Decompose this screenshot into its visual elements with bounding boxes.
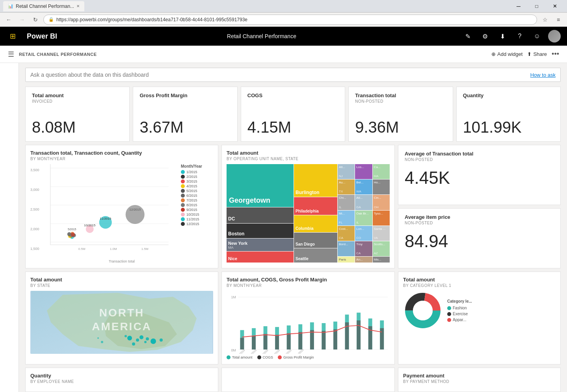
legend-label-5: 5/2015 xyxy=(186,189,197,193)
svg-text:1M: 1M xyxy=(231,295,236,299)
line-legend-label-cogs: COGS xyxy=(263,355,273,359)
y-tick-2000: 2,000 xyxy=(30,227,39,231)
kpi-title-1: Gross Profit Margin xyxy=(139,92,231,98)
map-tile[interactable]: Total amount BY STATE xyxy=(25,272,218,364)
add-widget-button[interactable]: ⊕ Add widget xyxy=(491,51,522,57)
treemap-an[interactable]: An... xyxy=(355,257,372,263)
treemap-scotts-az[interactable]: Scotts...AZ xyxy=(373,241,390,256)
kpi-value-0: 8.08M xyxy=(32,118,123,136)
minimize-button[interactable]: ─ xyxy=(509,0,528,13)
treemap-philadelphia[interactable]: Philadelphia xyxy=(294,197,337,215)
treemap-bel-wa[interactable]: Bel...WA xyxy=(355,179,372,194)
share-button[interactable]: ⬆ Share xyxy=(527,51,547,57)
legend-label-6: 6/2015 xyxy=(186,194,197,198)
treemap-burlington[interactable]: Burlington xyxy=(294,164,337,197)
treemap-atl-nj[interactable]: Atl...NJ xyxy=(338,164,355,179)
treemap-bord[interactable]: Bord... xyxy=(338,241,355,256)
treemap-paris[interactable]: Paris xyxy=(338,257,355,263)
treemap-nice[interactable]: Nice xyxy=(227,251,294,263)
legend-label-12: 12/2015 xyxy=(186,222,199,226)
settings-icon[interactable]: ≡ xyxy=(553,14,564,25)
treemap-lon-co[interactable]: Lon...CO xyxy=(355,226,372,241)
more-options-icon[interactable]: ••• xyxy=(552,50,559,58)
qa-bar[interactable]: How to ask xyxy=(25,68,561,82)
plus-icon: ⊕ xyxy=(491,51,496,57)
treemap-ho[interactable]: Ho... xyxy=(373,179,390,194)
kpi-tile-gross-profit[interactable]: Gross Profit Margin 3.67M xyxy=(133,87,237,142)
kpi-tile-total-amount[interactable]: Total amount INVOICED 8.08M xyxy=(25,87,130,142)
maximize-button[interactable]: □ xyxy=(528,0,546,13)
svg-text:12/2015: 12/2015 xyxy=(129,208,141,211)
svg-text:11/2015: 11/2015 xyxy=(100,217,111,220)
quantity-tile[interactable]: Quantity BY EMPLOYEE NAME xyxy=(25,368,218,392)
refresh-button[interactable]: ↻ xyxy=(30,14,41,25)
dashboard-area: How to ask Total amount INVOICED 8.08M G… xyxy=(19,63,567,392)
kpi-tile-transaction-total[interactable]: Transaction total NON-POSTED 9.36M xyxy=(348,87,453,142)
line-legend-label-gpm: Gross Profit Margin xyxy=(283,355,314,359)
treemap-troy-ca[interactable]: TroyCA xyxy=(355,241,372,256)
legend-dot-10 xyxy=(181,213,185,216)
legend-title: Month/Year xyxy=(181,164,213,168)
treemap-ca-ma[interactable]: Ca...MA xyxy=(373,164,390,179)
treemap-atl-ga[interactable]: Atl...GA xyxy=(355,195,372,210)
treemap-tyso[interactable]: Tyso... xyxy=(373,211,390,226)
treemap-au-tx[interactable]: Au...TX xyxy=(338,179,355,194)
browser-tab[interactable]: 📊 Retail Channel Performan... ✕ xyxy=(3,1,84,11)
donut-legend: Category le... Fashion Exercise Appar... xyxy=(447,299,472,322)
edit-icon[interactable]: ✎ xyxy=(460,27,476,46)
qa-input[interactable] xyxy=(30,72,530,78)
treemap-columbia[interactable]: Columbia xyxy=(294,215,337,232)
treemap-dc[interactable]: DC xyxy=(227,207,294,223)
treemap-cin-oh[interactable]: Cin...OH xyxy=(373,195,390,210)
treemap-chi-il[interactable]: Chi...IL xyxy=(338,195,355,210)
legend-dot-9 xyxy=(181,208,185,212)
treemap-boston[interactable]: Boston xyxy=(227,224,294,238)
treemap-sandiego[interactable]: San Diego xyxy=(294,233,337,248)
treemap-mi-fl[interactable]: Mi...FL xyxy=(338,211,355,226)
how-to-ask-link[interactable]: How to ask xyxy=(530,72,556,78)
download-icon[interactable]: ⬇ xyxy=(494,27,510,46)
pbi-grid-icon[interactable]: ⊞ xyxy=(5,27,20,46)
share-label: Share xyxy=(533,51,547,57)
help-icon[interactable]: ? xyxy=(512,27,528,46)
kpi-tile-quantity[interactable]: Quantity 101.99K xyxy=(456,87,561,142)
treemap-oakbr[interactable]: Oak Br...IL xyxy=(355,211,372,226)
treemap-newyork[interactable]: New York MA xyxy=(227,239,294,251)
donut-container: Category le... Fashion Exercise Appar... xyxy=(403,291,556,330)
svg-point-29 xyxy=(127,336,132,340)
feedback-icon[interactable]: ☺ xyxy=(529,27,545,46)
charts-row: Transaction total, Transaction count, Qu… xyxy=(25,145,561,268)
treemap-chart-tile[interactable]: Total amount BY OPERATING UNIT NAME, STA… xyxy=(221,145,395,268)
user-avatar[interactable] xyxy=(547,27,562,46)
line-legend-dot-total xyxy=(227,355,231,359)
scatter-chart-tile[interactable]: Transaction total, Transaction count, Qu… xyxy=(25,145,218,268)
donut-chart-tile[interactable]: Total amount BY CATEGORY LEVEL 1 Categor… xyxy=(398,272,561,364)
svg-rect-59 xyxy=(264,334,268,349)
treemap-cost-ca[interactable]: Cost...CA xyxy=(338,226,355,241)
close-button[interactable]: ✕ xyxy=(546,0,564,13)
treemap-seattle[interactable]: Seattle xyxy=(294,248,337,263)
avg-item-value: 84.94 xyxy=(405,231,554,251)
legend-dot-4 xyxy=(181,184,185,188)
line-chart-tile[interactable]: Total amount, COGS, Gross Profit Margin … xyxy=(221,272,395,364)
svg-point-34 xyxy=(146,337,149,340)
payment-tile[interactable]: Payment amount BY PAYMENT METHOD xyxy=(398,368,561,392)
svg-point-30 xyxy=(136,338,139,342)
svg-point-79 xyxy=(413,301,433,320)
avg-item-price-tile[interactable]: Average item price NON-POSTED 84.94 xyxy=(398,208,561,268)
forward-button[interactable]: → xyxy=(17,14,28,25)
hamburger-icon[interactable]: ☰ xyxy=(8,50,14,59)
address-bar[interactable]: 🔒 https://app.powerbi.com/groups/me/dash… xyxy=(43,15,537,25)
treemap-georgetown[interactable]: Georgetown xyxy=(227,164,294,207)
legend-dot-6 xyxy=(181,194,185,198)
treemap-los[interactable]: Los... xyxy=(355,164,372,179)
tab-close-icon[interactable]: ✕ xyxy=(76,4,80,8)
treemap-santa-va[interactable]: Santa ...VA xyxy=(373,226,390,241)
avg-transaction-tile[interactable]: Average of Transaction total NON-POSTED … xyxy=(398,145,561,205)
line-chart-subtitle: BY MONTH/YEAR xyxy=(227,283,390,288)
back-button[interactable]: ← xyxy=(3,14,14,25)
settings-gear-icon[interactable]: ⚙ xyxy=(477,27,493,46)
kpi-tile-cogs[interactable]: COGS 4.15M xyxy=(241,87,345,142)
bookmark-icon[interactable]: ☆ xyxy=(539,14,550,25)
treemap-mis[interactable]: Mis... xyxy=(373,257,390,263)
